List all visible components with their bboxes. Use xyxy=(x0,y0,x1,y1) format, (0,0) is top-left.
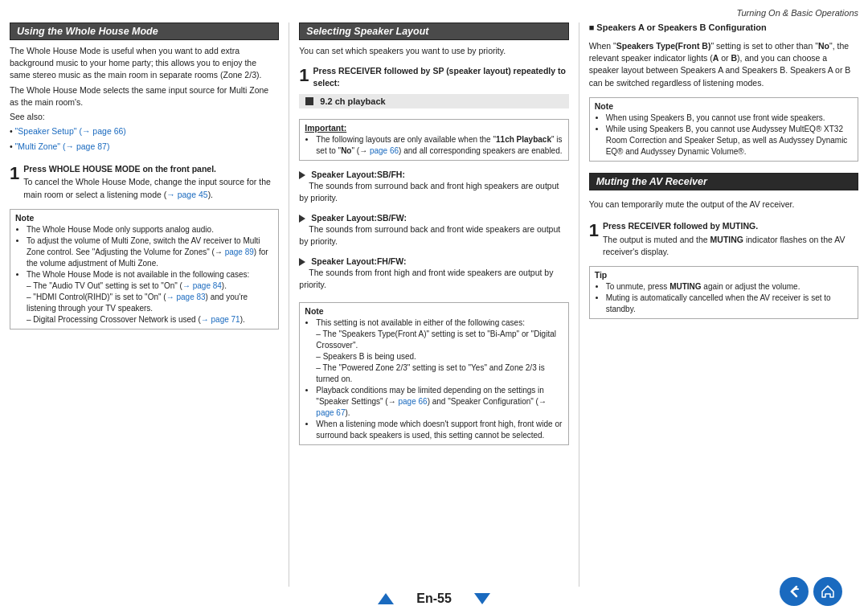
triangle-icon xyxy=(299,171,305,179)
list-item: When a listening mode which doesn't supp… xyxy=(316,419,563,441)
col-speaker-layout: Selecting Speaker Layout You can set whi… xyxy=(299,23,568,587)
step-label: Press RECEIVER followed by SP (speaker l… xyxy=(313,65,569,88)
layout-sb-fw: Speaker Layout:SB/FW: The sounds from su… xyxy=(299,212,568,248)
square-bullet-icon xyxy=(305,97,313,105)
note-title: Note xyxy=(305,306,563,316)
step-label: Press RECEIVER followed by MUTING. xyxy=(603,220,858,232)
muting-header: Muting the AV Receiver xyxy=(589,173,858,190)
step1-whole-house: 1 Press WHOLE HOUSE MODE on the front pa… xyxy=(10,163,279,201)
back-button[interactable] xyxy=(780,577,809,606)
muting-intro: You can temporarily mute the output of t… xyxy=(589,199,858,211)
whole-house-header: Using the Whole House Mode xyxy=(10,23,279,40)
list-item: When using Speakers B, you cannot use fr… xyxy=(606,113,853,124)
speaker-layout-header: Selecting Speaker Layout xyxy=(299,23,568,40)
list-item: The following layouts are only available… xyxy=(316,134,563,157)
divider1 xyxy=(289,23,289,587)
speakers-ab-note: Note When using Speakers B, you cannot u… xyxy=(589,97,858,162)
layout-sb-fh: Speaker Layout:SB/FH: The sounds from su… xyxy=(299,169,568,204)
next-page-button[interactable] xyxy=(474,593,490,604)
page: Turning On & Basic Operations Using the … xyxy=(0,0,868,614)
step-label: Press WHOLE HOUSE MODE on the front pane… xyxy=(23,163,279,175)
step-content: Press RECEIVER followed by MUTING. The o… xyxy=(603,220,858,258)
note-list: This setting is not available in either … xyxy=(305,317,563,441)
multi-zone-link[interactable]: "Multi Zone" (→ page 87) xyxy=(15,141,110,151)
speaker-setup-link[interactable]: "Speaker Setup" (→ page 66) xyxy=(15,126,126,136)
page-number: En-55 xyxy=(402,591,465,606)
page84-link[interactable]: → page 84 xyxy=(182,281,222,290)
step1-speaker-layout: 1 Press RECEIVER followed by SP (speaker… xyxy=(299,65,568,88)
note-title: Note xyxy=(595,101,853,111)
list-item: The Whole House Mode only supports analo… xyxy=(27,224,273,235)
muting-sub: The output is muted and the MUTING indic… xyxy=(603,234,858,258)
step1-muting: 1 Press RECEIVER followed by MUTING. The… xyxy=(589,220,858,258)
whole-house-body: The Whole House Mode is useful when you … xyxy=(10,45,279,155)
home-button[interactable] xyxy=(813,577,842,606)
list-item: Muting is automatically cancelled when t… xyxy=(606,293,853,315)
step-content: Press RECEIVER followed by SP (speaker l… xyxy=(313,65,569,88)
step-number: 1 xyxy=(589,222,599,258)
page-category: Turning On & Basic Operations xyxy=(10,8,858,18)
step-content: Press WHOLE HOUSE MODE on the front pane… xyxy=(23,163,279,201)
speaker-layout-intro: You can set which speakers you want to u… xyxy=(299,45,568,57)
important-list: The following layouts are only available… xyxy=(305,134,563,157)
layout-fh-fw: Speaker Layout:FH/FW: The sounds from fr… xyxy=(299,256,568,291)
page83-link[interactable]: → page 83 xyxy=(166,293,206,301)
list-item: While using Speakers B, you cannot use A… xyxy=(606,124,853,158)
step-number: 1 xyxy=(299,67,309,88)
prev-page-button[interactable] xyxy=(378,593,394,604)
triangle-icon xyxy=(299,215,305,223)
important-title: Important: xyxy=(305,123,563,133)
speaker-layout-note: Note This setting is not available in ei… xyxy=(299,302,568,445)
important-box: Important: The following layouts are onl… xyxy=(299,119,568,161)
page66b-link[interactable]: page 66 xyxy=(398,397,427,406)
note-list: When using Speakers B, you cannot use fr… xyxy=(595,113,853,158)
whole-house-note: Note The Whole House Mode only supports … xyxy=(10,209,279,330)
tip-box: Tip To unmute, press MUTING again or adj… xyxy=(589,266,858,319)
footer-nav: En-55 xyxy=(378,591,489,606)
note-title: Note xyxy=(15,213,273,223)
triangle-icon xyxy=(299,258,305,266)
footer: En-55 xyxy=(10,587,858,608)
home-icon xyxy=(820,583,836,600)
step-sub: To cancel the Whole House Mode, change t… xyxy=(23,176,279,200)
col-whole-house: Using the Whole House Mode The Whole Hou… xyxy=(10,23,279,587)
back-icon xyxy=(786,583,802,600)
speakers-ab-intro: When "Speakers Type(Front B)" setting is… xyxy=(589,40,858,89)
list-item: The Whole House Mode is not available in… xyxy=(27,269,273,325)
page66-link[interactable]: page 66 xyxy=(370,146,399,155)
note-list: The Whole House Mode only supports analo… xyxy=(15,224,273,325)
col-speakers-muting: ■ Speakers A or Speakers B Configuration… xyxy=(589,23,858,587)
page45-link[interactable]: → page 45 xyxy=(166,190,207,199)
footer-icons xyxy=(780,577,842,606)
nine-ch-section: 9.2 ch playback xyxy=(299,94,568,108)
tip-title: Tip xyxy=(595,270,853,280)
speakers-ab-header: ■ Speakers A or Speakers B Configuration xyxy=(589,23,858,32)
page71-link[interactable]: → page 71 xyxy=(201,315,240,324)
page67-link[interactable]: page 67 xyxy=(316,408,345,417)
divider2 xyxy=(579,23,579,587)
list-item: To adjust the volume of Multi Zone, swit… xyxy=(27,235,273,269)
content-columns: Using the Whole House Mode The Whole Hou… xyxy=(10,23,858,587)
list-item: To unmute, press MUTING again or adjust … xyxy=(606,281,853,293)
page89-link[interactable]: page 89 xyxy=(225,248,254,256)
list-item: This setting is not available in either … xyxy=(316,317,563,385)
tip-list: To unmute, press MUTING again or adjust … xyxy=(595,281,853,315)
nine-ch-label: 9.2 ch playback xyxy=(320,96,385,106)
step-number: 1 xyxy=(10,165,19,201)
list-item: Playback conditions may be limited depen… xyxy=(316,385,563,419)
